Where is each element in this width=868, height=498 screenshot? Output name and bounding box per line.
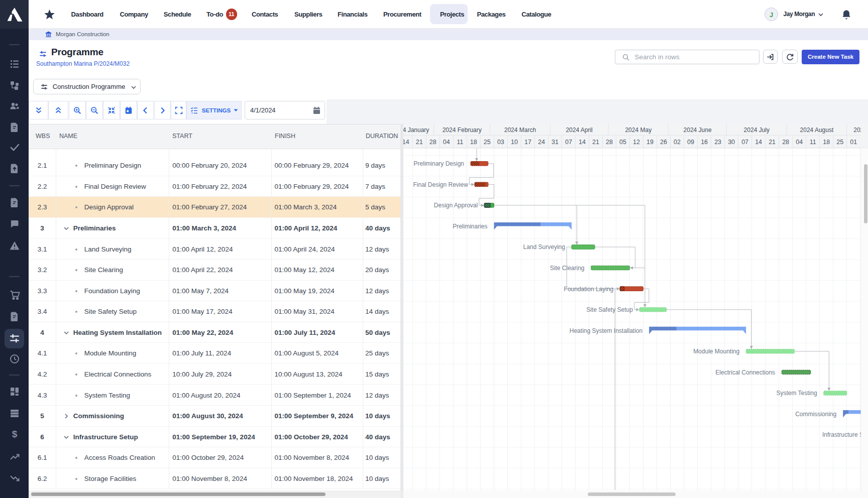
svg-text:28: 28 <box>429 139 437 146</box>
svg-text:11: 11 <box>457 139 463 146</box>
svg-text:23: 23 <box>714 139 721 146</box>
svg-text:19: 19 <box>646 139 654 146</box>
svg-text:21: 21 <box>592 139 599 146</box>
svg-text:04: 04 <box>443 139 450 146</box>
svg-text:Preliminaries: Preliminaries <box>453 223 487 230</box>
svg-text:01: 01 <box>850 139 857 146</box>
svg-text:05: 05 <box>619 139 626 146</box>
svg-text:30: 30 <box>728 139 735 146</box>
svg-text:$: $ <box>12 429 17 439</box>
svg-text:Design Approval: Design Approval <box>434 202 478 209</box>
svg-text:Site Safety Setup: Site Safety Setup <box>586 306 633 313</box>
svg-text:14: 14 <box>403 139 409 146</box>
svg-text:Electrical Connections: Electrical Connections <box>715 369 775 376</box>
svg-text:28: 28 <box>606 139 613 146</box>
svg-text:12: 12 <box>633 139 640 146</box>
svg-text:09: 09 <box>687 139 694 146</box>
svg-text:28: 28 <box>782 139 789 146</box>
svg-text:Foundation Laying: Foundation Laying <box>564 286 614 293</box>
svg-text:14: 14 <box>579 139 586 146</box>
svg-text:21: 21 <box>769 139 776 146</box>
svg-text:26: 26 <box>660 139 667 146</box>
svg-text:07: 07 <box>565 139 572 146</box>
svg-text:02: 02 <box>674 139 681 146</box>
svg-text:Commissioning: Commissioning <box>795 411 836 418</box>
svg-text:2024 March: 2024 March <box>504 127 536 134</box>
svg-text:2024 May: 2024 May <box>625 127 652 134</box>
svg-text:25: 25 <box>836 139 843 146</box>
svg-text:2024 February: 2024 February <box>443 127 482 134</box>
svg-text:25: 25 <box>484 139 491 146</box>
svg-text:Preliminary Design: Preliminary Design <box>413 160 464 167</box>
svg-text:21: 21 <box>416 139 423 146</box>
svg-text:2024 July: 2024 July <box>744 127 770 134</box>
svg-text:2024 January: 2024 January <box>403 127 429 134</box>
svg-text:07: 07 <box>741 139 748 146</box>
svg-text:Heating System Installation: Heating System Installation <box>570 327 642 334</box>
svg-text:11: 11 <box>810 139 816 146</box>
svg-text:04: 04 <box>796 139 803 146</box>
svg-text:Final Design Review: Final Design Review <box>413 181 469 188</box>
svg-text:Land Surveying: Land Surveying <box>523 243 565 251</box>
svg-text:31: 31 <box>552 139 559 146</box>
svg-text:17: 17 <box>524 139 531 146</box>
svg-text:03: 03 <box>497 139 504 146</box>
svg-text:Site Clearing: Site Clearing <box>550 265 585 272</box>
svg-text:16: 16 <box>701 139 708 146</box>
svg-text:2024 June: 2024 June <box>684 127 712 134</box>
svg-text:2024 August: 2024 August <box>800 127 834 134</box>
svg-text:Module Mounting: Module Mounting <box>693 348 739 355</box>
svg-text:18: 18 <box>823 139 830 146</box>
svg-text:24: 24 <box>538 139 545 146</box>
svg-text:14: 14 <box>755 139 762 146</box>
svg-text:System Testing: System Testing <box>776 390 817 397</box>
svg-text:10: 10 <box>511 139 518 146</box>
svg-text:18: 18 <box>470 139 477 146</box>
svg-text:2024 April: 2024 April <box>566 127 592 134</box>
